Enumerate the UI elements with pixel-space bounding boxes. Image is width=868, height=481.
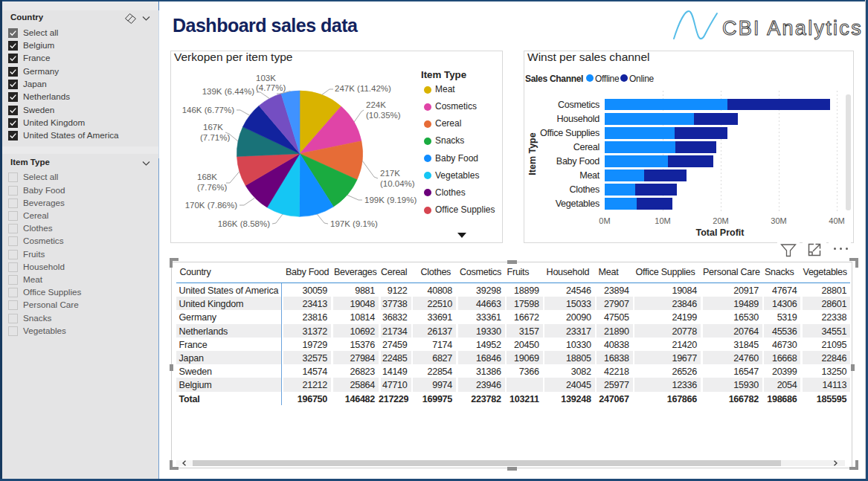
svg-text:CBI Analytics: CBI Analytics — [722, 17, 863, 39]
